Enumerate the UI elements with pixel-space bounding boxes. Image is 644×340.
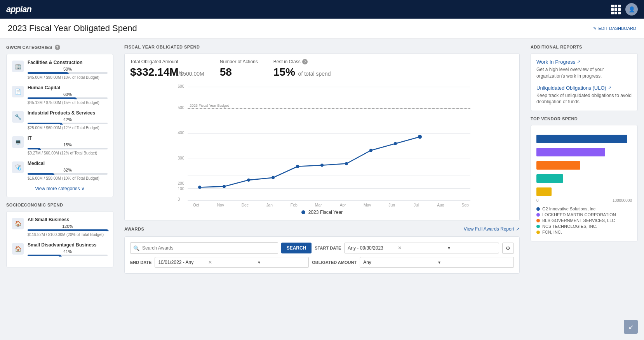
filter-icon-button[interactable]: ⚙ — [502, 243, 514, 254]
category-sub: $45.00M / $90.00M (18% of Total Budget) — [28, 75, 108, 80]
progress-fill — [28, 255, 60, 256]
bic-label: Best in Class ? — [273, 59, 331, 64]
nav-right: 👤 — [611, 3, 638, 16]
start-date-label: START DATE — [315, 246, 341, 250]
obligated-amount-label: OBLIGATED AMOUNT — [312, 260, 357, 265]
category-industrial: 🔧 Industrial Products & Services 42% $25… — [12, 110, 108, 130]
vendor-spend-header: TOP VENDOR SPEND — [531, 116, 638, 121]
medical-icon: 🩺 — [12, 161, 24, 173]
view-more-categories[interactable]: View more categories ∨ — [12, 186, 108, 191]
category-human-capital: 📄 Human Capital 60% $45.12M / $75.00M (1… — [12, 85, 108, 105]
svg-text:Sep: Sep — [461, 203, 469, 206]
view-full-awards-link[interactable]: View Full Awards Report ↗ — [464, 226, 520, 232]
progress-track — [28, 173, 108, 175]
svg-point-22 — [345, 162, 348, 165]
external-link-icon: ↗ — [608, 85, 611, 90]
actions-value: 58 — [220, 66, 258, 78]
svg-text:Apr: Apr — [340, 203, 346, 206]
vendor-legend: G2 Innovative Solutions, Inc. LOCKHEED M… — [536, 206, 632, 234]
scroll-bottom-button[interactable]: ↙ — [624, 320, 638, 334]
human-capital-icon: 📄 — [12, 86, 24, 97]
progress-fill — [28, 97, 76, 99]
progress-track — [28, 72, 108, 74]
search-button[interactable]: SEARCH — [281, 243, 312, 253]
category-name: Medical — [28, 161, 108, 166]
progress-fill — [28, 148, 40, 149]
fiscal-metrics-row: Total Obligated Amount $332.14M/$500.00M… — [130, 59, 514, 78]
vendor-bar — [536, 161, 580, 170]
progress-fill — [28, 72, 68, 74]
small-business-icon: 🏠 — [12, 218, 24, 229]
category-name: IT — [28, 135, 108, 141]
svg-text:600: 600 — [178, 84, 184, 88]
clear-start-date-icon[interactable]: ✕ — [398, 245, 446, 251]
pct-label: 15% — [28, 142, 108, 147]
svg-point-20 — [296, 165, 299, 168]
pct-label: 120% — [28, 224, 108, 229]
facilities-icon: 🏢 — [12, 61, 24, 72]
legend-item-3: BLS GOVERNMENT SERVICES, LLC — [536, 218, 632, 223]
vendor-row-1 — [536, 135, 632, 143]
page-title: 2023 Fiscal Year Obligated Spend — [8, 23, 137, 33]
it-icon: 💻 — [12, 136, 24, 148]
progress-fill — [28, 123, 61, 124]
ulo-link[interactable]: Unliquidated Obligations (ULO) ↗ — [536, 85, 632, 91]
svg-text:Feb: Feb — [291, 203, 298, 206]
search-awards-input[interactable] — [130, 242, 278, 254]
fiscal-card: Total Obligated Amount $332.14M/$500.00M… — [124, 53, 520, 221]
avatar[interactable]: 👤 — [625, 3, 638, 16]
bic-info-icon[interactable]: ? — [302, 59, 308, 64]
search-icon: 🔍 — [133, 245, 139, 251]
left-column: GWCM CATEGORIES ? 🏢 Facilities & Constru… — [6, 45, 119, 335]
grid-apps-icon[interactable] — [611, 5, 621, 14]
gwcm-header: GWCM CATEGORIES ? — [6, 45, 113, 50]
additional-reports-section: ADDITIONAL REPORTS Work In Progress ↗ Ge… — [531, 45, 638, 111]
svg-text:Jan: Jan — [266, 203, 273, 206]
info-icon[interactable]: ? — [55, 45, 60, 50]
awards-header-row: AWARDS View Full Awards Report ↗ — [124, 226, 520, 232]
svg-text:200: 200 — [178, 181, 184, 186]
svg-text:Mar: Mar — [315, 203, 322, 206]
total-obligated-label: Total Obligated Amount — [130, 59, 204, 64]
category-sub: $25.00M / $60.00M (12% of Total Budget) — [28, 126, 108, 130]
svg-point-21 — [320, 164, 324, 167]
edit-dashboard-button[interactable]: ✎ EDIT DASHBOARD — [593, 26, 636, 31]
legend-label: 2023 Fiscal Year — [308, 210, 343, 215]
vendor-bar — [536, 187, 552, 196]
small-disadvantaged-icon: 🏠 — [12, 243, 24, 255]
end-date-select[interactable]: 10/01/2022 - Any ✕ ▾ — [155, 257, 309, 268]
progress-track — [28, 97, 108, 99]
pct-label: 60% — [28, 92, 108, 97]
svg-text:2023 Fiscal Year Budget: 2023 Fiscal Year Budget — [190, 104, 229, 108]
vendor-bar — [536, 148, 605, 156]
bic-metric: Best in Class ? 15% of total spend — [273, 59, 331, 78]
svg-point-18 — [247, 179, 250, 182]
category-name: Industrial Products & Services — [28, 110, 108, 116]
fiscal-header: FISCAL YEAR OBLIGATED SPEND — [124, 45, 520, 49]
svg-point-25 — [418, 135, 422, 139]
category-sub: $16.00M / $50.00M (10% of Total Budget) — [28, 176, 108, 180]
obligated-amount-select[interactable]: Any ▾ — [360, 257, 514, 268]
vendor-bar — [536, 135, 627, 143]
gwcm-section: GWCM CATEGORIES ? 🏢 Facilities & Constru… — [6, 45, 113, 197]
chevron-down-icon: ▾ — [258, 260, 305, 265]
socioeconomic-card: 🏠 All Small Business 120% $119.82M / $10… — [6, 211, 113, 267]
top-navigation: appian 👤 — [0, 0, 644, 19]
vendor-dot — [536, 219, 540, 222]
awards-section: AWARDS View Full Awards Report ↗ 🔍 SEARC… — [124, 226, 520, 274]
end-date-label: END DATE — [130, 260, 151, 265]
work-in-progress-desc: Get a high level overview of your organi… — [536, 66, 632, 80]
start-date-select[interactable]: Any - 09/30/2023 ✕ ▾ — [344, 243, 499, 253]
category-name: Facilities & Construction — [28, 60, 108, 65]
work-in-progress-link[interactable]: Work In Progress ↗ — [536, 59, 632, 65]
svg-text:Jul: Jul — [414, 203, 419, 206]
clear-end-date-icon[interactable]: ✕ — [208, 260, 256, 265]
search-input-wrap: 🔍 — [130, 242, 278, 254]
pct-label: 41% — [28, 249, 108, 254]
pct-label: 50% — [28, 67, 108, 71]
svg-text:Nov: Nov — [217, 203, 225, 206]
line-chart: 600 500 400 300 200 100 0 — [130, 82, 514, 206]
axis-max: 100000000 — [613, 198, 632, 203]
total-obligated-value: $332.14M/$500.00M — [130, 66, 204, 78]
category-it: 💻 IT 15% $9.27M / $60.00M (12% of Total … — [12, 135, 108, 155]
